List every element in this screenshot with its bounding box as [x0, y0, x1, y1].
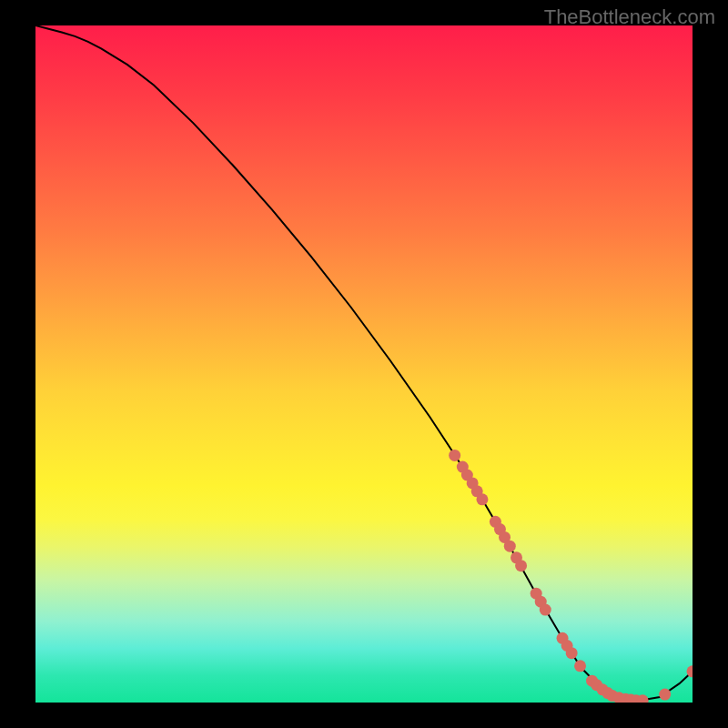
chart-container: TheBottleneck.com [0, 0, 728, 728]
scatter-markers [449, 450, 693, 703]
scatter-point [566, 647, 578, 659]
curve-line [35, 25, 693, 701]
chart-svg [35, 25, 693, 703]
scatter-point [449, 450, 460, 461]
curve-path [35, 25, 693, 701]
scatter-point [504, 541, 516, 552]
scatter-point [476, 493, 488, 505]
scatter-point [515, 560, 527, 571]
scatter-point [540, 604, 551, 616]
scatter-point [574, 660, 586, 672]
watermark-text: TheBottleneck.com [544, 5, 715, 29]
scatter-point [659, 689, 671, 701]
